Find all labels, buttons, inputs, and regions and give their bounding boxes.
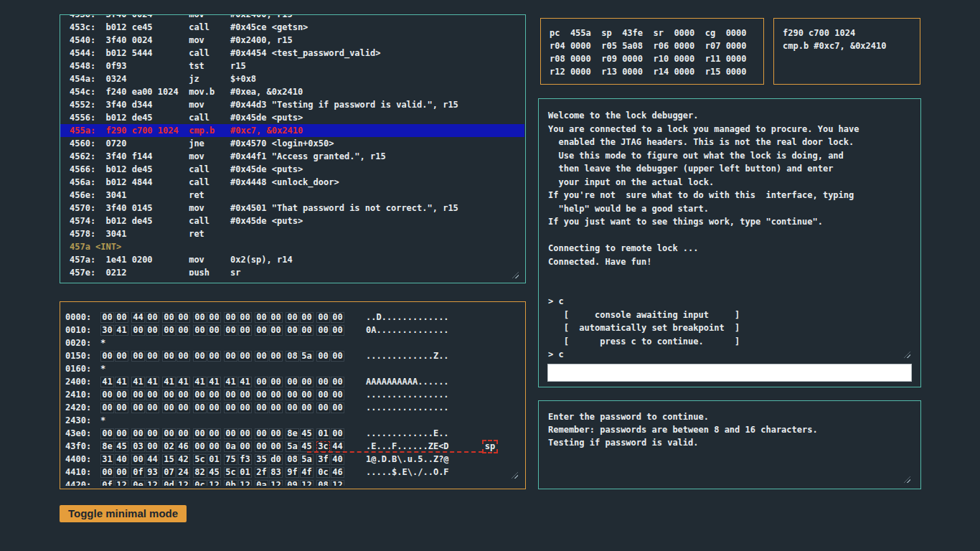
memory-byte-cell: 00: [255, 312, 268, 323]
disasm-row[interactable]: 4548: 0f93 tst r15: [60, 60, 524, 72]
memory-address: 0010:: [65, 324, 93, 336]
memory-word: 0b12: [224, 480, 253, 486]
memory-word: 0000: [193, 441, 222, 451]
memory-byte-cell: 00: [100, 428, 114, 439]
memory-byte-cell: 00: [269, 402, 283, 413]
disasm-row[interactable]: 454c: f240 ea00 1024 mov.b #0xea, &0x241…: [60, 85, 524, 98]
memory-word: 0000: [286, 377, 314, 387]
memory-byte-cell: 01: [238, 467, 252, 478]
memory-byte-cell: f3: [238, 454, 252, 465]
memory-byte-cell: 00: [331, 428, 344, 439]
memory-row: 2410:00000000000000000000000000000000...…: [65, 389, 524, 402]
memory-word: 0000: [224, 325, 253, 335]
memory-word: 0000: [100, 312, 129, 322]
memory-row: 0000:00004400000000000000000000000000..D…: [65, 311, 524, 324]
disasm-row[interactable]: 457a: 1e41 0200 mov 0x2(sp), r14: [60, 253, 524, 266]
memory-byte-cell: 00: [255, 390, 268, 400]
memory-byte-cell: 00: [176, 390, 190, 400]
memory-byte-cell: 00: [331, 377, 344, 387]
memory-byte-cell: 00: [300, 312, 314, 323]
memory-word: 4141: [162, 377, 191, 387]
disasm-row[interactable]: 456a: b012 4844 call #0x4448 <unlock_doo…: [60, 176, 524, 189]
disasm-row[interactable]: 456e: 3041 ret: [60, 189, 524, 202]
disasm-row[interactable]: 4540: 3f40 0024 mov #0x2400, r15: [60, 34, 524, 47]
memory-address: 0160:: [65, 363, 93, 375]
memory-word: 0000: [162, 402, 191, 413]
disasm-row[interactable]: 4544: b012 5444 call #0x4454 <test_passw…: [60, 47, 524, 60]
memory-byte-cell: 0d: [162, 480, 176, 486]
resize-handle-icon[interactable]: [904, 476, 910, 483]
memory-address: 0020:: [65, 337, 93, 349]
debugger-command-input[interactable]: [547, 364, 912, 382]
current-instruction-text: f290 c700 1024 cmp.b #0xc7, &0x2410: [774, 19, 920, 52]
memory-byte-cell: 00: [146, 402, 159, 413]
disasm-row[interactable]: 453c: b012 ce45 call #0x45ce <getsn>: [60, 21, 524, 34]
memory-byte-cell: 00: [162, 312, 176, 323]
memory-byte-cell: 00: [207, 390, 221, 400]
memory-byte-cell: 00: [286, 402, 299, 413]
disasm-row[interactable]: 4566: b012 de45 call #0x45de <puts>: [60, 163, 524, 176]
memory-byte-cell: 00: [193, 402, 207, 413]
memory-address: 4400:: [65, 453, 93, 466]
io-console-panel: Enter the password to continue. Remember…: [538, 400, 921, 489]
disasm-row[interactable]: 4578: 3041 ret: [60, 227, 524, 240]
disasm-row[interactable]: 4570: 3f40 0145 mov #0x4501 "That passwo…: [60, 202, 524, 215]
toggle-minimal-mode-button[interactable]: Toggle minimal mode: [60, 505, 187, 522]
memory-word: 0000: [224, 402, 253, 413]
memory-byte-cell: 00: [176, 312, 190, 323]
memory-byte-cell: 00: [193, 441, 207, 452]
memory-byte-cell: 00: [146, 441, 159, 452]
memory-byte-cell: 41: [176, 377, 190, 387]
memory-byte-cell: 41: [115, 325, 128, 336]
memory-byte-cell: 00: [146, 312, 159, 323]
memory-address: 4420:: [65, 479, 93, 486]
disasm-row[interactable]: 4562: 3f40 f144 mov #0x44f1 "Access gran…: [60, 150, 524, 163]
memory-byte-cell: 00: [207, 428, 221, 439]
memory-byte-cell: 12: [115, 480, 128, 486]
disasm-row[interactable]: 457a <INT>: [60, 240, 524, 253]
memory-word: 0000: [131, 390, 160, 400]
memory-byte-cell: 12: [238, 480, 252, 486]
sp-pointer-line: [307, 451, 483, 453]
disasm-row[interactable]: 4538: 3f40 0024 mov #0x2400, r15: [60, 15, 524, 21]
memory-word: 8e45: [286, 428, 314, 438]
memory-word: 2f83: [255, 467, 283, 477]
memory-word: 0000: [162, 325, 191, 335]
disasm-row[interactable]: 4552: 3f40 d344 mov #0x44d3 "Testing if …: [60, 98, 524, 111]
disasm-row[interactable]: 457e: 0212 push sr: [60, 266, 524, 276]
registers-panel: pc 455a sp 43fe sr 0000 cg 0000 r04 0000…: [540, 18, 764, 85]
memory-byte-cell: 01: [207, 454, 221, 465]
memory-byte-cell: 0f: [100, 480, 114, 486]
memory-byte-cell: 40: [115, 454, 128, 465]
disasm-row[interactable]: 454a: 0324 jz $+0x8: [60, 72, 524, 85]
memory-word: 085a: [286, 351, 314, 361]
memory-byte-cell: 00: [115, 467, 128, 478]
disasm-row[interactable]: 4574: b012 de45 call #0x45de <puts>: [60, 215, 524, 227]
memory-row: 0160:*: [65, 363, 524, 376]
memory-word: 0000: [131, 428, 160, 438]
memory-byte-cell: 00: [269, 390, 283, 400]
memory-word: 0000: [255, 351, 283, 361]
memory-word: 0000: [255, 390, 283, 400]
disasm-row[interactable]: 4556: b012 de45 call #0x45de <puts>: [60, 111, 524, 124]
memory-byte-cell: 0a: [255, 480, 268, 486]
memory-byte-cell: 00: [238, 428, 252, 439]
memory-byte-cell: 12: [176, 480, 190, 486]
memory-word: 0c46: [316, 467, 345, 477]
memory-ascii: .............E..: [366, 428, 449, 440]
memory-ascii: AAAAAAAAAA......: [366, 376, 449, 388]
memory-byte-cell: d0: [269, 454, 283, 465]
memory-byte-cell: 00: [162, 402, 176, 413]
memory-byte-cell: 00: [238, 441, 252, 452]
memory-word: 0000: [193, 390, 222, 400]
memory-word: 0000: [131, 325, 160, 335]
memory-byte-cell: 00: [269, 351, 283, 362]
memory-address: 2410:: [65, 389, 93, 401]
disasm-row[interactable]: 455a: f290 c700 1024 cmp.b #0xc7, &0x241…: [60, 124, 524, 137]
memory-word: 3041: [100, 325, 129, 335]
memory-byte-cell: 8e: [100, 441, 114, 452]
disasm-row[interactable]: 4560: 0720 jne #0x4570 <login+0x50>: [60, 137, 524, 150]
memory-byte-cell: 00: [331, 402, 344, 413]
memory-word: 0c12: [193, 480, 222, 486]
memory-view: 0000:00004400000000000000000000000000..D…: [60, 302, 524, 486]
